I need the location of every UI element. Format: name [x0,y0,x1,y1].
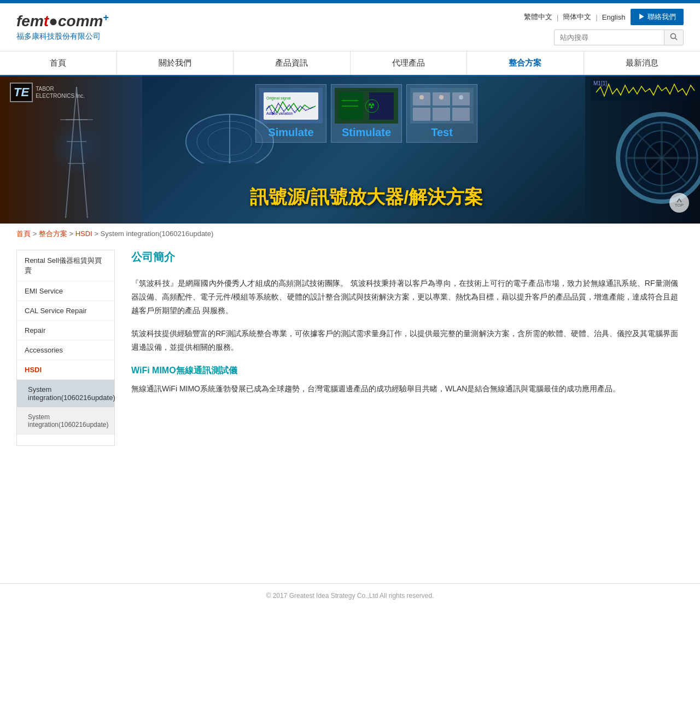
svg-line-1 [675,38,678,40]
sidebar-item-system-integration-active[interactable]: System integration(1060216update) [17,380,114,408]
contact-button[interactable]: ▶ 聯絡我們 [631,9,684,25]
svg-point-29 [419,95,424,99]
nav-about[interactable]: 關於我們 [117,51,234,75]
content-wrapper: Rental Sell儀器租賃與買賣 EMI Service CAL Servi… [0,244,700,572]
svg-text:Added variation: Added variation [266,111,293,115]
search-box [554,30,684,45]
logo-subtitle: 福多康科技股份有限公司 [16,32,109,42]
breadcrumb-solutions[interactable]: 整合方案 [39,230,67,238]
breadcrumb-current: System integration(1060216update) [101,230,214,238]
svg-point-0 [671,34,676,39]
svg-rect-26 [413,108,430,121]
footer: © 2017 Greatest Idea Strategy Co.,Ltd Al… [0,583,700,608]
breadcrumb-home[interactable]: 首頁 [16,230,31,238]
svg-point-8 [49,120,104,174]
footer-copyright: © 2017 Greatest Idea Strategy Co.,Ltd Al… [266,592,434,600]
top-button[interactable]: TOP [669,193,689,213]
breadcrumb-sep1: > [33,230,39,238]
sidebar-item-emi[interactable]: EMI Service [17,281,114,301]
svg-text:Original signal: Original signal [266,96,291,101]
banner-title: 訊號源/訊號放大器/解決方案 [250,185,483,210]
simulate-img: Original signal Added variation [261,90,321,122]
banner-cards: Original signal Added variation Simulate [255,84,477,143]
breadcrumb-sep3: > [94,230,100,238]
svg-rect-28 [452,108,470,121]
header: femt●comm+ 福多康科技股份有限公司 繁體中文 | 簡体中文 | Eng… [0,3,700,51]
company-title: 公司簡介 [131,250,678,268]
breadcrumb-hsdi[interactable]: HSDI [75,230,92,238]
svg-rect-27 [433,108,450,121]
logo-area: femt●comm+ 福多康科技股份有限公司 [16,13,109,41]
sidebar-item-system-integration-deeper[interactable]: System integration(1060216update) [17,408,114,435]
sidebar-item-cal[interactable]: CAL Service Repair [17,301,114,321]
lang-traditional[interactable]: 繁體中文 [524,12,552,22]
wifi-para1: 無線通訊WiFi MIMO系統蓬勃發展已成為全球趨勢，台灣電腦週邊產品的成功經驗… [131,382,678,396]
card-stimulate-label: Stimulate [335,126,398,139]
nav-products[interactable]: 產品資訊 [234,51,351,75]
breadcrumb: 首頁 > 整合方案 > HSDI > System integration(10… [0,224,700,244]
card-test-label: Test [410,126,474,139]
svg-point-31 [459,95,463,99]
sidebar-item-accessories[interactable]: Accessories [17,340,114,360]
banner: Original signal Added variation Simulate [0,76,700,224]
nav-agency[interactable]: 代理產品 [351,51,468,75]
search-button[interactable] [664,30,683,45]
lang-sep-1: | [557,13,558,21]
logo: femt●comm+ [16,13,109,29]
lang-simplified[interactable]: 簡体中文 [563,12,591,22]
tabor-logo: TE TABORELECTRONICS Inc. [10,83,85,102]
svg-text:M1[1]: M1[1] [593,80,607,86]
nav-home[interactable]: 首頁 [0,51,117,75]
sidebar-item-repair[interactable]: Repair [17,321,114,340]
svg-point-30 [439,95,444,99]
breadcrumb-sep2: > [69,230,75,238]
lang-sep-2: | [596,13,597,21]
stimulate-img: ☢ [336,90,396,122]
lang-nav: 繁體中文 | 簡体中文 | English [524,12,625,22]
wifi-title: WiFi MIMO無線通訊測試儀 [131,365,678,377]
main-content: 公司簡介 『筑波科技』是網羅國內外優秀人才組成的高頻測試技術團隊。 筑波科技秉持… [126,250,684,556]
main-nav: 首頁 關於我們 產品資訊 代理產品 整合方案 最新消息 [0,51,700,76]
sidebar: Rental Sell儀器租賃與買賣 EMI Service CAL Servi… [16,250,115,446]
header-right: 繁體中文 | 簡体中文 | English ▶ 聯絡我們 [524,9,684,45]
nav-news[interactable]: 最新消息 [584,51,701,75]
sidebar-item-rental[interactable]: Rental Sell儀器租賃與買賣 [17,250,114,281]
search-icon [670,33,678,40]
svg-text:☢: ☢ [368,101,375,110]
search-input[interactable] [555,31,664,44]
company-para2: 筑波科技提供經驗豐富的RF測試系統整合專業，可依據客戶的測試需求量身訂作，以提供… [131,327,678,354]
lang-english[interactable]: English [602,13,626,21]
company-para1: 『筑波科技』是網羅國內外優秀人才組成的高頻測試技術團隊。 筑波科技秉持著以客戶為… [131,277,678,318]
test-img [412,90,472,122]
sidebar-item-hsdi[interactable]: HSDI [17,360,114,380]
nav-solutions[interactable]: 整合方案 [467,51,584,75]
card-simulate-label: Simulate [259,126,323,139]
